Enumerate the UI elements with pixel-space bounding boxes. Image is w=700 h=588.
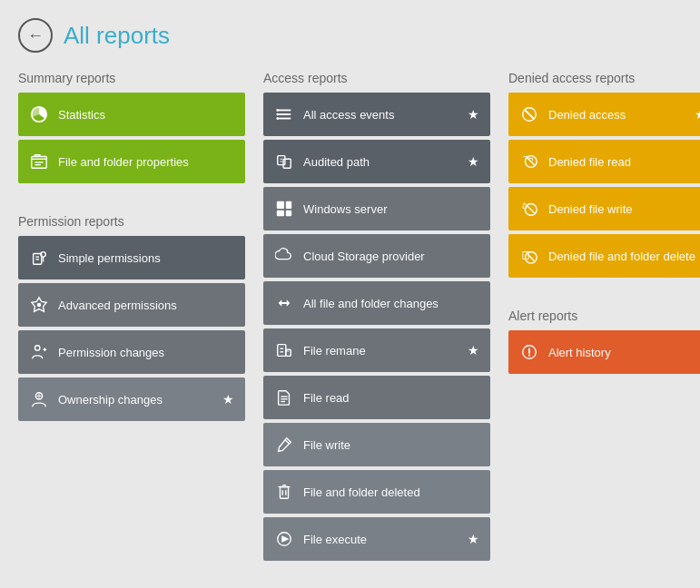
summary-section-title: Summary reports (18, 71, 245, 85)
audited-path-star: ★ (468, 154, 479, 169)
svg-rect-26 (277, 201, 284, 209)
report-file-write[interactable]: File write (263, 423, 490, 466)
denied-access-icon (519, 104, 539, 124)
simple-permissions-icon (29, 248, 49, 268)
column-right: Denied access reports Denied access ★ (508, 71, 700, 564)
file-folder-deleted-label: File and folder deleted (303, 485, 479, 499)
report-simple-permissions[interactable]: Simple permissions (18, 236, 245, 279)
file-read-icon (274, 387, 294, 407)
file-folder-deleted-icon (274, 482, 294, 502)
denied-section-title: Denied access reports (508, 71, 700, 85)
report-permission-changes[interactable]: Permission changes (18, 330, 245, 374)
permission-section-title: Permission reports (18, 214, 245, 229)
report-file-folder-properties[interactable]: File and folder properties (18, 140, 245, 183)
file-execute-icon (274, 529, 294, 549)
all-access-events-icon (274, 104, 294, 124)
report-file-read[interactable]: File read (263, 376, 490, 419)
file-execute-label: File execute (303, 533, 458, 546)
cloud-storage-label: Cloud Storage provider (303, 250, 479, 263)
denied-file-read-icon (519, 152, 539, 172)
permission-changes-label: Permission changes (58, 346, 234, 359)
main-grid: Summary reports Statistics (18, 71, 682, 564)
denied-file-folder-delete-label: Denied file and folder delete (548, 250, 700, 263)
ownership-changes-icon (29, 389, 49, 409)
file-execute-star: ★ (468, 532, 479, 546)
all-access-events-star: ★ (468, 107, 479, 122)
report-audited-path[interactable]: Audited path ★ (263, 140, 490, 183)
denied-file-folder-delete-icon (519, 246, 539, 266)
svg-point-20 (276, 113, 279, 116)
svg-point-19 (276, 109, 279, 112)
file-rename-icon (274, 340, 294, 360)
svg-rect-38 (280, 487, 288, 499)
report-alert-history[interactable]: Alert history (508, 330, 700, 374)
denied-file-write-icon (519, 199, 539, 219)
ownership-changes-label: Ownership changes (58, 393, 213, 407)
report-denied-file-write[interactable]: Denied file write (508, 187, 700, 230)
svg-rect-27 (286, 201, 291, 209)
report-ownership-changes[interactable]: Ownership changes ★ (18, 377, 245, 421)
file-read-label: File read (303, 391, 479, 405)
file-folder-properties-label: File and folder properties (58, 155, 234, 169)
windows-server-label: Windows server (303, 202, 479, 216)
report-denied-file-folder-delete[interactable]: Denied file and folder delete (508, 234, 700, 278)
report-denied-access[interactable]: Denied access ★ (508, 93, 700, 136)
windows-server-icon (274, 199, 294, 219)
advanced-permissions-icon (29, 295, 49, 315)
report-statistics[interactable]: Statistics (18, 93, 245, 136)
svg-point-56 (528, 355, 530, 357)
report-advanced-permissions[interactable]: Advanced permissions (18, 283, 245, 327)
all-access-events-label: All access events (303, 108, 458, 122)
report-file-folder-deleted[interactable]: File and folder deleted (263, 470, 490, 514)
denied-file-read-label: Denied file read (548, 155, 700, 169)
report-all-file-folder-changes[interactable]: All file and folder changes (263, 281, 490, 325)
alert-section-title: Alert reports (508, 309, 700, 323)
permission-changes-icon (29, 342, 49, 362)
ownership-changes-star: ★ (222, 392, 234, 407)
svg-rect-30 (278, 345, 286, 357)
alert-history-icon (519, 342, 539, 362)
column-middle: Access reports All access events ★ (263, 71, 490, 564)
svg-line-50 (527, 205, 535, 213)
svg-rect-33 (286, 349, 291, 356)
svg-point-9 (37, 303, 42, 308)
file-rename-star: ★ (468, 343, 479, 358)
back-button[interactable]: ← (18, 18, 53, 53)
svg-point-10 (35, 346, 39, 350)
page-title: All reports (64, 22, 170, 50)
svg-line-46 (525, 110, 535, 120)
svg-point-21 (276, 117, 279, 120)
back-icon: ← (27, 26, 44, 45)
report-denied-file-read[interactable]: Denied file read (508, 140, 700, 183)
alert-history-label: Alert history (548, 346, 700, 359)
file-write-icon (274, 435, 294, 455)
report-file-rename[interactable]: File remane ★ (263, 328, 490, 372)
file-rename-label: File remane (303, 344, 458, 358)
column-left: Summary reports Statistics (18, 71, 245, 564)
denied-access-label: Denied access (548, 108, 685, 122)
audited-path-label: Audited path (303, 155, 458, 169)
report-cloud-storage-provider[interactable]: Cloud Storage provider (263, 234, 490, 278)
simple-permissions-label: Simple permissions (58, 251, 234, 265)
svg-rect-29 (286, 211, 291, 216)
report-file-execute[interactable]: File execute ★ (263, 517, 490, 561)
all-file-folder-changes-label: All file and folder changes (303, 297, 479, 310)
file-folder-icon (29, 152, 49, 172)
report-windows-server[interactable]: Windows server (263, 187, 490, 230)
page-header: ← All reports (18, 18, 682, 53)
all-file-folder-changes-icon (274, 293, 294, 313)
statistics-icon (29, 104, 49, 124)
report-all-access-events[interactable]: All access events ★ (263, 93, 490, 136)
audited-path-icon (274, 152, 294, 172)
statistics-label: Statistics (58, 108, 234, 122)
denied-file-write-label: Denied file write (548, 202, 700, 216)
advanced-permissions-label: Advanced permissions (58, 299, 234, 312)
cloud-storage-icon (274, 246, 294, 266)
denied-access-star: ★ (695, 107, 700, 122)
svg-rect-28 (277, 211, 284, 216)
file-write-label: File write (303, 438, 479, 452)
access-section-title: Access reports (263, 71, 490, 85)
